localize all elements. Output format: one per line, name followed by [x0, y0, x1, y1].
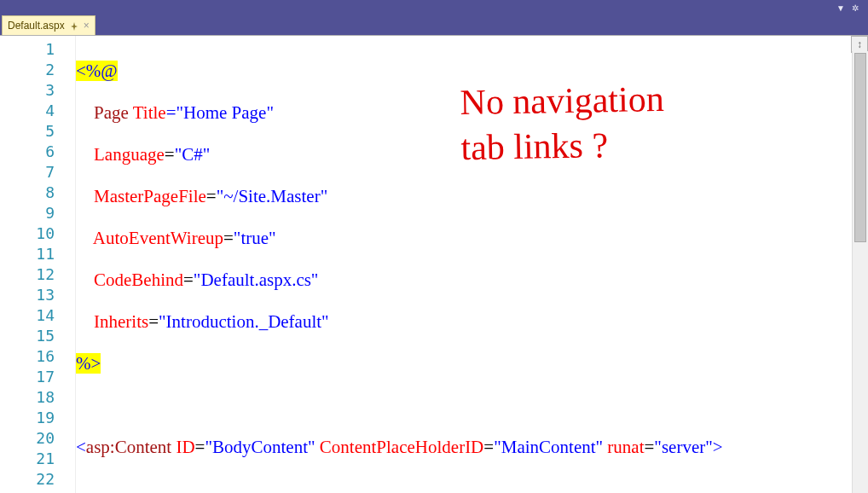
attr: Inherits: [94, 311, 148, 332]
line-number: 14: [0, 305, 75, 326]
window-titlebar: ▼ ✲: [0, 0, 868, 15]
v: "server": [654, 437, 712, 457]
split-editor-icon[interactable]: ↕: [851, 36, 868, 53]
el: asp:Content: [86, 437, 171, 457]
val: "Introduction._Default": [159, 311, 329, 332]
val: "true": [234, 228, 276, 248]
pin-icon[interactable]: [70, 21, 78, 30]
line-number: 13: [0, 285, 75, 305]
line-number: 16: [0, 346, 75, 367]
line-number: 22: [0, 469, 75, 490]
document-tab-strip: Default.aspx ×: [0, 15, 868, 35]
line-number: 20: [0, 428, 75, 449]
val: "~/Site.Master": [217, 186, 328, 206]
val: "Home Page": [176, 102, 274, 123]
document-tab-default-aspx[interactable]: Default.aspx ×: [2, 15, 95, 35]
settings-gear-icon[interactable]: ✲: [848, 0, 863, 15]
line-number: 4: [0, 101, 75, 121]
line-number: 17: [0, 367, 75, 387]
line-number: 19: [0, 408, 75, 428]
line-number: 15: [0, 326, 75, 346]
a: ID: [176, 437, 194, 457]
line-number: 1: [0, 39, 75, 60]
line-number: 11: [0, 244, 75, 264]
directive-open: <%@: [76, 61, 118, 81]
tab-filename: Default.aspx: [8, 20, 65, 32]
line-number-gutter: 1 2 3 4 5 6 7 8 9 10 11 12 13 14 15 16 1…: [0, 36, 76, 493]
a: ContentPlaceHolderID: [320, 437, 483, 457]
code-area[interactable]: <%@ Page Title="Home Page" Language="C#"…: [76, 36, 868, 493]
line-number: 10: [0, 223, 75, 244]
close-tab-icon[interactable]: ×: [84, 20, 90, 32]
line-number: 21: [0, 449, 75, 469]
attr: CodeBehind: [94, 270, 183, 290]
line-number: 8: [0, 183, 75, 203]
v: "MainContent": [494, 437, 603, 457]
scrollbar-thumb[interactable]: [854, 53, 866, 242]
attr: Language: [94, 144, 165, 165]
kw: Page: [94, 102, 129, 123]
attr: AutoEventWireup: [93, 228, 223, 248]
t: >: [713, 437, 723, 457]
attr: MasterPageFile: [94, 186, 206, 206]
code-editor[interactable]: 1 2 3 4 5 6 7 8 9 10 11 12 13 14 15 16 1…: [0, 35, 868, 493]
line-number: 5: [0, 121, 75, 142]
line-number: 12: [0, 264, 75, 285]
line-number: 7: [0, 162, 75, 183]
val: "C#": [175, 144, 211, 165]
window-dropdown-icon[interactable]: ▼: [832, 0, 848, 15]
line-number: 6: [0, 142, 75, 162]
t: <: [76, 437, 86, 457]
line-number: 3: [0, 80, 75, 101]
a: runat: [607, 437, 644, 457]
line-number: 18: [0, 387, 75, 408]
vertical-scrollbar[interactable]: [852, 51, 868, 493]
attr: Title: [133, 102, 166, 123]
line-number: 9: [0, 203, 75, 223]
val: "Default.aspx.cs": [194, 270, 319, 290]
line-number: 2: [0, 60, 75, 80]
directive-close: %>: [76, 353, 101, 374]
v: "BodyContent": [205, 437, 315, 457]
eq: =: [166, 102, 176, 123]
vs-workbench: ▼ ✲ Default.aspx × 1 2 3 4 5 6 7 8 9 10 …: [0, 0, 868, 493]
